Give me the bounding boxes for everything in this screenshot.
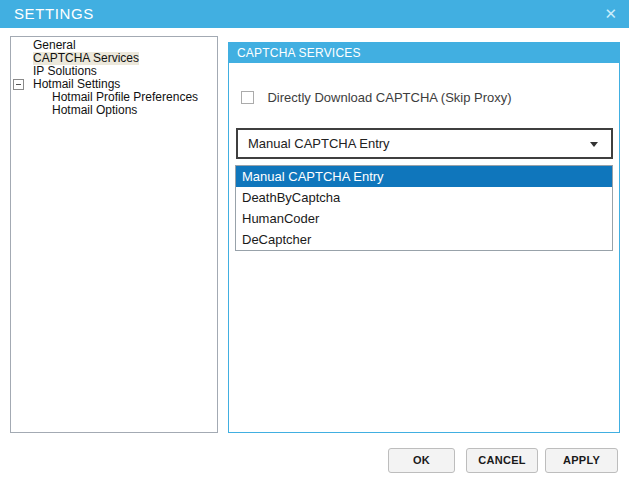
apply-button[interactable]: APPLY: [545, 448, 618, 473]
combobox-value: Manual CAPTCHA Entry: [248, 130, 390, 157]
dropdown-option-manual-captcha-entry[interactable]: Manual CAPTCHA Entry: [236, 166, 612, 187]
skip-proxy-checkbox-label: Directly Download CAPTCHA (Skip Proxy): [267, 90, 511, 105]
chevron-down-icon[interactable]: [590, 142, 598, 147]
dropdown-option-decaptcher[interactable]: DeCaptcher: [236, 229, 612, 250]
dropdown-option-humancoder[interactable]: HumanCoder: [236, 208, 612, 229]
ok-button[interactable]: OK: [388, 448, 455, 473]
window-title: SETTINGS: [14, 0, 94, 28]
captcha-service-combobox[interactable]: Manual CAPTCHA Entry: [236, 128, 613, 159]
captcha-service-dropdown-list: Manual CAPTCHA Entry DeathByCaptcha Huma…: [235, 165, 613, 251]
skip-proxy-checkbox-row[interactable]: Directly Download CAPTCHA (Skip Proxy): [241, 88, 512, 102]
settings-nav-panel: General CAPTCHA Services IP Solutions Ho…: [10, 36, 218, 433]
sidebar-item-label: Hotmail Options: [52, 104, 137, 117]
captcha-services-panel: CAPTCHA SERVICES Directly Download CAPTC…: [228, 42, 620, 433]
collapse-minus-icon[interactable]: [13, 79, 24, 90]
dropdown-option-deathbycaptcha[interactable]: DeathByCaptcha: [236, 187, 612, 208]
close-icon[interactable]: ✕: [604, 0, 617, 28]
sidebar-item-hotmail-options[interactable]: Hotmail Options: [11, 104, 217, 117]
settings-tree: General CAPTCHA Services IP Solutions Ho…: [11, 39, 217, 117]
skip-proxy-checkbox[interactable]: [241, 91, 254, 104]
cancel-button[interactable]: CANCEL: [466, 448, 538, 473]
panel-header: CAPTCHA SERVICES: [229, 43, 619, 63]
title-bar: SETTINGS ✕: [0, 0, 629, 28]
